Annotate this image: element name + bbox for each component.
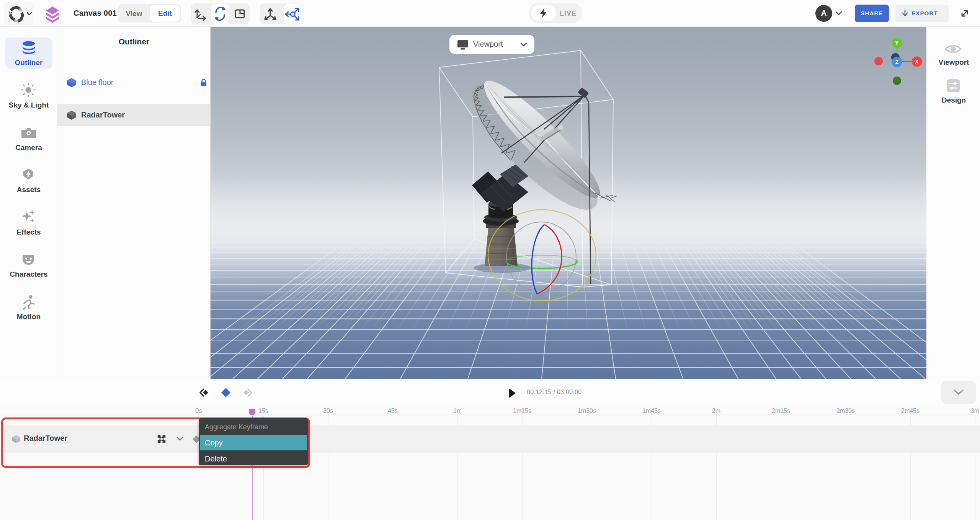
svg-text:Y: Y <box>895 40 899 46</box>
svg-text:Z: Z <box>895 59 899 65</box>
svg-text:X: X <box>915 59 919 65</box>
